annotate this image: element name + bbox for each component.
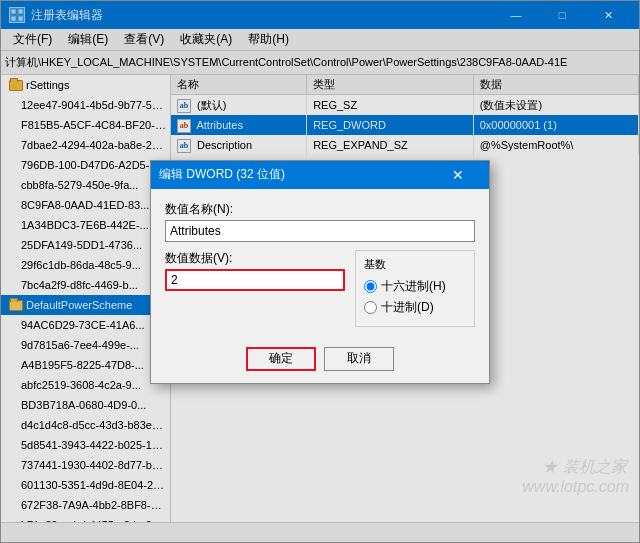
- radio-dec-row: 十进制(D): [364, 299, 466, 316]
- name-input[interactable]: [165, 220, 475, 242]
- base-section: 基数 十六进制(H) 十进制(D): [355, 250, 475, 327]
- modal-overlay: 编辑 DWORD (32 位值) ✕ 数值名称(N): 数值数据(V): 基数: [1, 1, 639, 542]
- radio-hex-label[interactable]: 十六进制(H): [381, 278, 446, 295]
- radio-hex[interactable]: [364, 280, 377, 293]
- dialog-title-text: 编辑 DWORD (32 位值): [159, 166, 435, 183]
- name-label: 数值名称(N):: [165, 201, 475, 218]
- value-section: 数值数据(V):: [165, 250, 345, 291]
- value-base-row: 数值数据(V): 基数 十六进制(H) 十进制(D): [165, 250, 475, 327]
- dialog-dword: 编辑 DWORD (32 位值) ✕ 数值名称(N): 数值数据(V): 基数: [150, 160, 490, 384]
- dialog-title-bar: 编辑 DWORD (32 位值) ✕: [151, 161, 489, 189]
- dialog-close-button[interactable]: ✕: [435, 161, 481, 189]
- cancel-button[interactable]: 取消: [324, 347, 394, 371]
- data-label: 数值数据(V):: [165, 250, 345, 267]
- dialog-body: 数值名称(N): 数值数据(V): 基数 十六进制(H): [151, 189, 489, 339]
- radio-hex-row: 十六进制(H): [364, 278, 466, 295]
- base-title: 基数: [364, 257, 466, 272]
- radio-dec[interactable]: [364, 301, 377, 314]
- ok-button[interactable]: 确定: [246, 347, 316, 371]
- name-field-section: 数值名称(N):: [165, 201, 475, 242]
- radio-dec-label[interactable]: 十进制(D): [381, 299, 434, 316]
- main-window: 注册表编辑器 — □ ✕ 文件(F) 编辑(E) 查看(V) 收藏夹(A) 帮助…: [0, 0, 640, 543]
- dialog-buttons: 确定 取消: [151, 339, 489, 383]
- data-input[interactable]: [165, 269, 345, 291]
